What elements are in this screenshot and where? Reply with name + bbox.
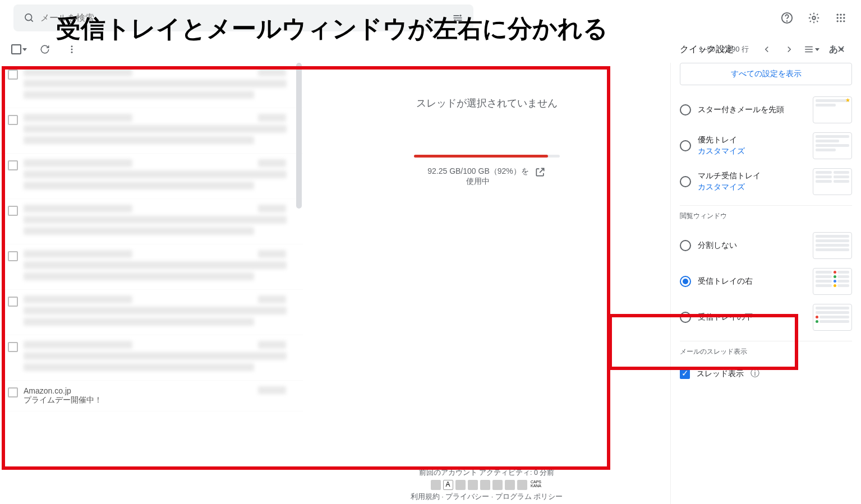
storage-text: 92.25 GB/100 GB（92%）を 使用中 [427, 167, 529, 187]
message-row[interactable] [0, 63, 303, 108]
row-checkbox[interactable] [8, 387, 18, 397]
svg-point-3 [454, 20, 455, 21]
chevron-down-icon[interactable] [22, 48, 27, 51]
row-checkbox[interactable] [8, 251, 18, 261]
svg-point-15 [843, 20, 845, 22]
gear-icon[interactable] [803, 7, 825, 29]
thumb-starred [813, 96, 852, 123]
svg-point-12 [843, 17, 845, 19]
message-row[interactable]: Amazon.co.jpプライムデー開催中！ [0, 381, 303, 411]
svg-point-14 [840, 20, 841, 22]
message-row[interactable] [0, 154, 303, 199]
svg-point-7 [837, 14, 839, 16]
apps-icon[interactable] [830, 7, 852, 29]
radio-icon[interactable] [680, 240, 691, 251]
select-all-checkbox[interactable] [11, 44, 27, 54]
terms-link[interactable]: 利用規約 [411, 493, 440, 501]
refresh-icon[interactable] [36, 40, 54, 58]
thumb-multi [813, 168, 852, 195]
message-sender: Amazon.co.jp [24, 386, 295, 395]
message-row[interactable] [0, 244, 303, 290]
search-options-icon[interactable] [446, 7, 469, 29]
thumb-right [813, 268, 852, 295]
row-checkbox[interactable] [8, 206, 18, 216]
close-icon[interactable]: ✕ [830, 38, 852, 61]
help-icon[interactable] [776, 7, 798, 29]
checkbox-icon[interactable] [680, 369, 690, 379]
help-inline-icon[interactable]: ⓘ [751, 368, 759, 380]
reading-no-split[interactable]: 分割しない [680, 228, 852, 263]
svg-point-18 [71, 52, 73, 53]
privacy-link[interactable]: プライバシー [445, 493, 489, 501]
row-checkbox[interactable] [8, 342, 18, 352]
thumb-no-split [813, 232, 852, 259]
customize-link[interactable]: カスタマイズ [698, 182, 806, 192]
radio-icon[interactable] [680, 276, 691, 287]
message-row[interactable] [0, 290, 303, 335]
svg-point-2 [459, 15, 461, 16]
thumb-below [813, 304, 852, 331]
row-checkbox[interactable] [8, 297, 18, 307]
radio-icon[interactable] [680, 312, 691, 323]
row-checkbox[interactable] [8, 160, 18, 170]
open-external-icon[interactable] [535, 167, 546, 180]
message-row[interactable] [0, 108, 303, 154]
svg-point-16 [71, 45, 73, 47]
top-header [0, 0, 861, 36]
quick-settings-panel: クイック設定 ✕ すべての設定を表示 スター付きメールを先頭 優先トレイカスタマ… [670, 63, 861, 504]
customize-link[interactable]: カスタマイズ [698, 146, 806, 156]
svg-line-1 [31, 20, 33, 22]
svg-point-17 [71, 49, 73, 50]
svg-point-6 [812, 16, 816, 20]
radio-icon[interactable] [680, 104, 691, 115]
search-bar[interactable] [13, 4, 473, 31]
svg-point-10 [837, 17, 839, 19]
message-subject: プライムデー開催中！ [24, 395, 295, 405]
program-link[interactable]: プログラム ポリシー [495, 493, 563, 501]
inbox-type-starred-first[interactable]: スター付きメールを先頭 [680, 92, 852, 128]
activity-text: 前回のアカウント アクティビティ: 0 分前 [303, 468, 670, 478]
threading-section-title: メールのスレッド表示 [680, 347, 852, 357]
quick-settings-title: クイック設定 [680, 44, 734, 56]
svg-point-0 [25, 14, 32, 21]
no-selection-text: スレッドが選択されていません [416, 96, 558, 110]
radio-icon[interactable] [680, 176, 691, 187]
storage-bar [414, 155, 560, 158]
row-checkbox[interactable] [8, 115, 18, 125]
svg-point-8 [840, 14, 841, 16]
scrollbar-thumb[interactable] [296, 63, 302, 209]
message-row[interactable] [0, 335, 303, 381]
search-input[interactable] [40, 13, 446, 23]
threading-toggle[interactable]: スレッド表示 ⓘ [680, 363, 852, 384]
search-icon[interactable] [18, 7, 40, 29]
radio-icon[interactable] [680, 140, 691, 151]
reading-pane: スレッドが選択されていません 92.25 GB/100 GB（92%）を 使用中… [303, 63, 670, 504]
reading-window-section-title: 閲覧ウィンドウ [680, 211, 852, 221]
all-settings-button[interactable]: すべての設定を表示 [680, 63, 852, 85]
inbox-type-multi[interactable]: マルチ受信トレイカスタマイズ [680, 164, 852, 200]
footer-links: 利用規約 · プライバシー · プログラム ポリシー [303, 492, 670, 502]
svg-point-13 [837, 20, 839, 22]
message-list: Amazon.co.jpプライムデー開催中！ [0, 63, 303, 504]
inbox-type-priority[interactable]: 優先トレイカスタマイズ [680, 128, 852, 164]
svg-point-5 [787, 21, 788, 21]
reading-right[interactable]: 受信トレイの右 [680, 263, 852, 299]
more-icon[interactable] [63, 40, 81, 58]
row-checkbox[interactable] [8, 70, 18, 80]
reading-below[interactable]: 受信トレイの下 [680, 299, 852, 335]
svg-point-9 [843, 14, 845, 16]
footer-ime-icons: ACAPS KANA [303, 480, 670, 490]
svg-point-11 [840, 17, 841, 19]
message-row[interactable] [0, 199, 303, 244]
thumb-priority [813, 132, 852, 159]
